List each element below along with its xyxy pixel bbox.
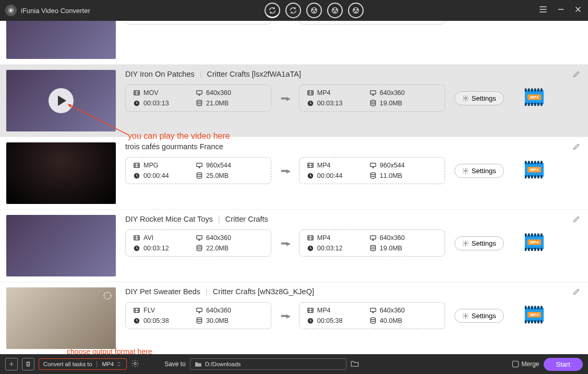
video-thumbnail[interactable] — [6, 21, 116, 59]
input-format: MOV — [143, 89, 158, 96]
input-panel: MPG 960x544 00:00:44 25.0MB — [125, 157, 271, 184]
minimize-icon[interactable] — [556, 5, 566, 16]
video-thumbnail[interactable] — [6, 70, 116, 131]
edit-icon[interactable] — [572, 287, 581, 298]
svg-point-11 — [357, 9, 358, 10]
output-duration: 00:00:44 — [317, 172, 343, 179]
video-thumbnail[interactable] — [6, 142, 116, 204]
output-resolution: 960x544 — [380, 162, 405, 169]
clock-icon — [133, 172, 140, 179]
film-icon — [307, 90, 314, 96]
video-thumbnail[interactable] — [6, 287, 116, 349]
task-subtitle: Critter Crafts [lsx2fWA1aTA] — [207, 70, 301, 78]
svg-point-2 — [312, 9, 313, 10]
clock-icon — [307, 172, 314, 179]
input-resolution: 640x360 — [206, 89, 231, 96]
svg-text:MP4: MP4 — [530, 240, 539, 245]
svg-point-61 — [104, 292, 111, 299]
output-format: MP4 — [317, 307, 331, 314]
monitor-icon — [196, 307, 203, 313]
convert-label: Convert all tasks to — [39, 361, 97, 367]
film-icon — [307, 162, 314, 168]
film-icon — [307, 307, 314, 313]
output-panel: MP4 640x360 00:03:12 14.0MB — [299, 21, 445, 25]
task-row[interactable]: MKV 640x360 00:03:12 18.0MB •••▸ MP4 640… — [0, 21, 588, 65]
input-duration: 00:03:12 — [143, 245, 169, 252]
database-icon — [196, 245, 203, 252]
settings-button[interactable]: Settings — [454, 309, 504, 323]
input-panel: MKV 640x360 00:03:12 18.0MB — [125, 21, 271, 25]
clock-icon — [133, 317, 140, 324]
merge-checkbox[interactable]: Merge — [512, 360, 539, 368]
svg-rect-42 — [370, 163, 376, 166]
output-resolution: 640x360 — [380, 89, 405, 96]
settings-button[interactable]: Settings — [454, 236, 504, 250]
output-resolution: 640x360 — [380, 307, 405, 314]
settings-button[interactable]: Settings — [454, 91, 504, 105]
task-row[interactable]: DIY Rocket Mice Cat Toys|Critter Crafts … — [0, 210, 588, 282]
output-format-badge[interactable]: MP4 — [523, 306, 546, 325]
convert-format-select[interactable]: Convert all tasks to MP4 — [39, 358, 127, 370]
svg-rect-38 — [197, 163, 202, 166]
settings-button[interactable]: Settings — [454, 164, 504, 178]
output-format-badge[interactable]: MP4 — [523, 161, 546, 180]
task-title: DIY Iron On Patches — [125, 70, 195, 78]
svg-rect-26 — [197, 91, 202, 94]
format-settings-icon[interactable] — [131, 359, 139, 369]
task-row[interactable]: DIY Pet Sweater Beds|Critter Crafts [wN3… — [0, 282, 588, 354]
delete-button[interactable] — [22, 358, 34, 370]
output-duration: 00:03:13 — [317, 100, 343, 107]
output-duration: 00:05:38 — [317, 317, 343, 324]
svg-point-6 — [333, 9, 334, 10]
arrow-icon: •••▸ — [281, 238, 290, 248]
clock-icon — [307, 245, 314, 252]
output-format: MP4 — [317, 234, 331, 242]
input-resolution: 960x544 — [206, 162, 231, 169]
close-icon[interactable] — [573, 5, 583, 16]
edit-icon[interactable] — [572, 70, 581, 80]
task-title: DIY Rocket Mice Cat Toys — [125, 215, 213, 223]
output-format-badge[interactable]: MP4 — [523, 88, 546, 108]
film-icon — [307, 235, 314, 241]
svg-point-69 — [370, 318, 375, 320]
video-thumbnail[interactable] — [6, 215, 116, 276]
app-title: iFunia Video Converter — [21, 7, 90, 15]
database-icon — [369, 317, 377, 324]
database-icon — [369, 172, 377, 179]
edit-icon[interactable] — [572, 215, 581, 225]
svg-point-44 — [370, 173, 375, 175]
svg-point-4 — [314, 11, 315, 13]
input-size: 25.0MB — [206, 172, 229, 179]
tab-reel-3[interactable] — [348, 3, 364, 18]
tab-convert[interactable] — [265, 3, 280, 18]
menu-icon[interactable] — [538, 4, 548, 17]
database-icon — [196, 317, 203, 324]
start-button[interactable]: Start — [544, 358, 583, 371]
header-tabs — [90, 3, 538, 18]
arrow-icon: •••▸ — [281, 166, 290, 176]
input-duration: 00:05:38 — [143, 317, 169, 324]
tab-reel-2[interactable] — [327, 3, 343, 18]
monitor-icon — [369, 307, 377, 313]
save-path-input[interactable]: D:/Downloads — [190, 358, 346, 370]
input-panel: MOV 640x360 00:03:13 21.0MB — [125, 85, 271, 112]
play-button[interactable] — [49, 88, 74, 113]
svg-text:MP4: MP4 — [530, 312, 539, 317]
open-folder-icon[interactable] — [351, 360, 359, 369]
task-row[interactable]: DIY Iron On Patches|Critter Crafts [lsx2… — [0, 65, 588, 137]
task-row[interactable]: trois cafés gourmants France MPG 960x544… — [0, 137, 588, 210]
output-size: 40.0MB — [380, 317, 402, 324]
tab-reel-1[interactable] — [306, 3, 322, 18]
input-panel: FLV 640x360 00:05:38 30.0MB — [125, 302, 271, 329]
edit-icon[interactable] — [572, 142, 581, 153]
output-size: 19.0MB — [380, 245, 402, 252]
output-panel: MP4 640x360 00:03:13 19.0MB — [299, 85, 445, 112]
output-format-badge[interactable]: MP4 — [523, 233, 546, 253]
tab-download[interactable] — [285, 3, 301, 18]
svg-rect-50 — [197, 236, 202, 239]
add-button[interactable] — [5, 358, 18, 370]
input-duration: 00:00:44 — [143, 172, 169, 179]
clock-icon — [133, 100, 140, 107]
svg-rect-77 — [512, 361, 518, 367]
monitor-icon — [196, 90, 203, 96]
